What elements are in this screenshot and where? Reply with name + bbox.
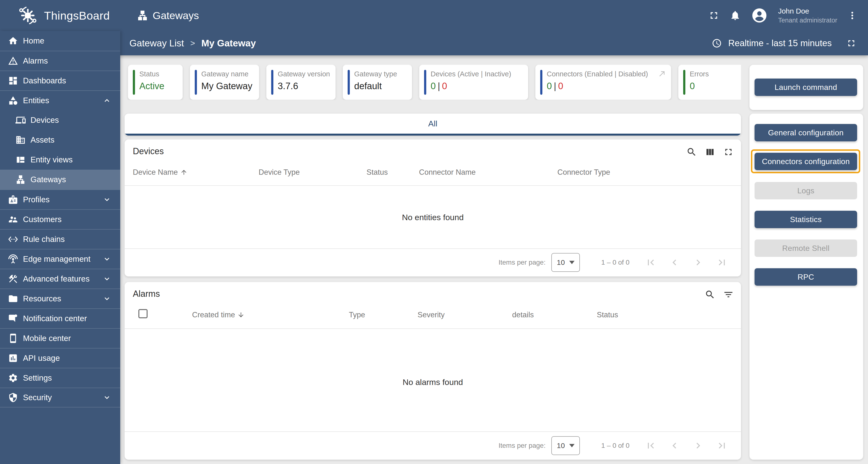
prev-page-icon[interactable] [669,440,680,452]
card-value: 0|0 [547,81,671,91]
sidebar-item-entities[interactable]: Entities [0,90,120,110]
kebab-menu-icon[interactable] [847,11,857,20]
chart-card-icon [8,353,18,363]
last-page-icon[interactable] [716,257,728,268]
breadcrumb-separator: > [190,38,195,48]
statistics-button[interactable]: Statistics [754,211,857,228]
page-title-label: Gateways [153,10,199,22]
launch-command-button[interactable]: Launch command [754,78,857,96]
search-icon[interactable] [705,289,715,300]
sidebar-item-edge-management[interactable]: Edge management [0,249,120,269]
avatar[interactable] [751,7,768,24]
rpc-button[interactable]: RPC [754,268,857,286]
prev-page-icon[interactable] [669,257,680,268]
message-icon [8,313,18,324]
sidebar-item-mobile-center[interactable]: Mobile center [0,328,120,348]
gear-icon [8,373,18,383]
sidebar-item-security[interactable]: Security [0,388,120,407]
notifications-bell-icon[interactable] [730,10,741,21]
sidebar-item-customers[interactable]: Customers [0,209,120,229]
card-value: default [354,81,412,91]
ethernet-icon [8,234,18,244]
chevron-down-icon [102,393,112,402]
page-size-select[interactable]: 10 [551,436,580,455]
filter-icon[interactable] [723,289,734,300]
general-configuration-button[interactable]: General configuration [754,124,857,141]
timewindow-control[interactable]: Realtime - last 15 minutes [712,38,857,48]
column-header-status[interactable]: Status [597,310,618,319]
alarms-pagination: Items per page: 10 1 – 0 of 0 [125,432,728,460]
card-value: 0|0 [431,81,528,91]
first-page-icon[interactable] [645,257,657,268]
card-value: 3.7.6 [278,81,336,91]
sidebar-item-rule-chains[interactable]: Rule chains [0,229,120,249]
chevron-down-icon [102,294,112,303]
status-bar [540,70,542,95]
select-all-checkbox[interactable] [138,309,148,318]
column-header-details[interactable]: details [512,310,534,319]
sidebar-item-entity-views[interactable]: Entity views [0,150,120,170]
column-header-connector-name[interactable]: Connector Name [419,168,475,177]
sidebar-item-label: Mobile center [23,334,71,343]
quilt-icon [16,155,26,165]
column-header-connector-type[interactable]: Connector Type [557,168,610,177]
card-label: Devices (Active | Inactive) [431,70,528,78]
columns-icon[interactable] [705,147,715,157]
launch-command-card: Launch command [749,65,863,110]
sidebar: Home Alarms Dashboards Entities Devices … [0,31,120,464]
sidebar-item-alarms[interactable]: Alarms [0,51,120,71]
sidebar-item-label: Gateways [30,175,66,184]
sort-asc-icon [180,169,187,176]
sidebar-item-settings[interactable]: Settings [0,368,120,388]
sidebar-item-api-usage[interactable]: API usage [0,348,120,368]
dashboard-icon [8,76,18,86]
fullscreen-icon[interactable] [708,10,719,21]
devices-panel-title: Devices [133,146,164,156]
column-header-severity[interactable]: Severity [417,310,445,319]
sidebar-item-home[interactable]: Home [0,31,120,51]
sidebar-item-label: Entities [23,96,49,105]
search-icon[interactable] [686,147,697,157]
status-bar [133,70,135,95]
first-page-icon[interactable] [645,440,657,452]
brand-logo[interactable]: ThingsBoard [0,5,120,26]
user-info[interactable]: John Doe Tenant administrator [778,7,837,24]
sidebar-item-label: Advanced features [23,274,90,284]
remote-shell-button: Remote Shell [754,239,857,257]
next-page-icon[interactable] [692,440,704,452]
column-header-created-time[interactable]: Created time [192,310,245,319]
chevron-up-icon [102,96,112,105]
sidebar-item-label: Profiles [23,195,50,204]
column-header-status[interactable]: Status [367,168,388,177]
tab-all[interactable]: All [428,119,437,130]
sidebar-item-notification-center[interactable]: Notification center [0,308,120,328]
alarms-empty-state: No alarms found [125,377,741,387]
column-header-device-name[interactable]: Device Name [133,168,187,177]
next-page-icon[interactable] [692,257,704,268]
page-size-select[interactable]: 10 [551,253,580,272]
sidebar-item-devices[interactable]: Devices [0,110,120,130]
sidebar-item-advanced-features[interactable]: Advanced features [0,269,120,289]
last-page-icon[interactable] [716,440,728,452]
brand-name: ThingsBoard [44,9,110,22]
fullscreen-icon[interactable] [723,147,734,157]
sidebar-item-label: Alarms [23,56,48,65]
sidebar-item-label: API usage [23,354,60,363]
sidebar-item-resources[interactable]: Resources [0,289,120,308]
card-label: Errors [690,70,741,78]
sidebar-item-gateways[interactable]: Gateways [0,170,120,190]
card-label: Gateway version [278,70,336,78]
sidebar-item-label: Notification center [23,314,87,323]
items-per-page-label: Items per page: [499,442,546,450]
sidebar-item-assets[interactable]: Assets [0,130,120,150]
card-label: Status [140,70,183,78]
expand-fullscreen-icon[interactable] [846,38,857,48]
breadcrumb-parent[interactable]: Gateway List [129,38,184,48]
connectors-configuration-button[interactable]: Connectors configuration [754,153,857,170]
column-header-type[interactable]: Type [349,310,365,319]
sidebar-item-dashboards[interactable]: Dashboards [0,71,120,90]
north-east-icon[interactable] [658,70,666,78]
column-header-device-type[interactable]: Device Type [258,168,300,177]
sidebar-item-profiles[interactable]: Profiles [0,190,120,209]
card-label: Gateway name [201,70,259,78]
